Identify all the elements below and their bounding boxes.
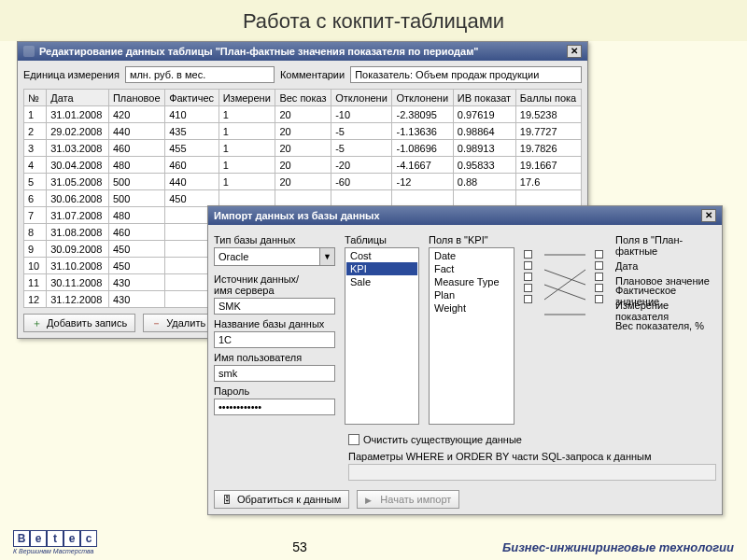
table-cell[interactable]: 500 <box>108 190 164 207</box>
table-cell[interactable] <box>392 190 453 207</box>
table-cell[interactable]: -10 <box>331 106 392 123</box>
table-cell[interactable]: 1 <box>218 174 275 190</box>
table-cell[interactable]: 480 <box>108 207 164 224</box>
start-import-button[interactable]: Начать импорт <box>357 490 459 509</box>
table-cell[interactable]: 19.1667 <box>515 157 581 174</box>
table-cell[interactable]: 0.97619 <box>453 106 515 123</box>
table-cell[interactable]: 11 <box>24 274 47 291</box>
table-cell[interactable]: 0.88 <box>453 174 515 190</box>
table-cell[interactable]: 1 <box>218 123 275 140</box>
table-cell[interactable]: 20 <box>275 174 331 190</box>
table-cell[interactable]: 1 <box>218 140 275 157</box>
table-cell[interactable] <box>515 190 581 207</box>
table-cell[interactable]: -5 <box>331 140 392 157</box>
connect-button[interactable]: Обратиться к данным <box>214 490 349 509</box>
table-cell[interactable]: 1 <box>218 106 275 123</box>
unit-input[interactable] <box>125 66 275 83</box>
db-name-input[interactable] <box>214 331 335 348</box>
table-cell[interactable]: -1.08696 <box>392 140 453 157</box>
mapping-checkbox[interactable] <box>524 250 532 259</box>
table-cell[interactable]: 31.12.2008 <box>47 291 109 308</box>
table-cell[interactable]: 31.03.2008 <box>47 140 109 157</box>
table-cell[interactable]: -20 <box>331 157 392 174</box>
table-row[interactable]: 331.03.2008460455120-5-1.086960.9891319.… <box>24 140 582 157</box>
where-input[interactable] <box>348 464 716 481</box>
column-header[interactable]: Баллы пока <box>515 90 581 106</box>
table-cell[interactable]: 2 <box>24 123 47 140</box>
table-cell[interactable]: -5 <box>331 123 392 140</box>
table-row[interactable]: 229.02.2008440435120-5-1.136360.9886419.… <box>24 123 582 140</box>
table-cell[interactable]: 31.10.2008 <box>47 258 109 274</box>
table-cell[interactable]: 30.04.2008 <box>47 157 109 174</box>
column-header[interactable]: Отклонени <box>331 90 392 106</box>
table-cell[interactable]: 0.98913 <box>453 140 515 157</box>
table-cell[interactable]: 19.7727 <box>515 123 581 140</box>
column-header[interactable]: ИВ показат <box>453 90 515 106</box>
table-cell[interactable]: 30.11.2008 <box>47 274 109 291</box>
table-row[interactable]: 630.06.2008500450 <box>24 190 582 207</box>
table-cell[interactable]: 430 <box>108 291 164 308</box>
table-cell[interactable]: -1.13636 <box>392 123 453 140</box>
table-cell[interactable] <box>331 190 392 207</box>
table-row[interactable]: 430.04.2008480460120-20-4.16670.9583319.… <box>24 157 582 174</box>
table-cell[interactable]: 1 <box>24 106 47 123</box>
db-type-dropdown[interactable]: Oracle ▼ <box>214 247 335 266</box>
delete-record-button[interactable]: Удалить <box>143 314 214 332</box>
list-item[interactable]: Weight <box>430 301 513 315</box>
table-cell[interactable]: 12 <box>24 291 47 308</box>
table-cell[interactable]: 10 <box>24 258 47 274</box>
mapping-checkbox[interactable] <box>595 284 603 292</box>
mapping-checkbox[interactable] <box>595 261 603 270</box>
mapping-checkbox[interactable] <box>524 284 532 292</box>
table-cell[interactable]: 30.09.2008 <box>47 241 109 258</box>
user-input[interactable] <box>214 365 335 382</box>
table-cell[interactable]: 29.02.2008 <box>47 123 109 140</box>
table-row[interactable]: 531.05.2008500440120-60-120.8817.6 <box>24 174 582 190</box>
table-cell[interactable]: 455 <box>165 140 219 157</box>
table-cell[interactable]: 460 <box>108 140 164 157</box>
table-cell[interactable]: 31.07.2008 <box>47 207 109 224</box>
table-cell[interactable]: 450 <box>108 258 164 274</box>
table-cell[interactable]: 410 <box>165 106 219 123</box>
table-cell[interactable]: -12 <box>392 174 453 190</box>
mapping-checkbox[interactable] <box>595 250 603 259</box>
table-row[interactable]: 131.01.2008420410120-10-2.380950.9761919… <box>24 106 582 123</box>
table-cell[interactable]: 460 <box>108 224 164 241</box>
table-cell[interactable]: 440 <box>108 123 164 140</box>
mapping-checkbox[interactable] <box>595 273 603 281</box>
mapping-checkbox[interactable] <box>524 295 532 303</box>
list-item[interactable]: KPI <box>346 262 417 275</box>
column-header[interactable]: Измерени <box>218 90 275 106</box>
table-cell[interactable]: 480 <box>108 157 164 174</box>
clear-data-checkbox[interactable]: Очистить существующие данные <box>348 434 522 445</box>
table-cell[interactable]: 3 <box>24 140 47 157</box>
list-item[interactable]: Measure Type <box>430 275 513 288</box>
table-cell[interactable]: -2.38095 <box>392 106 453 123</box>
table-cell[interactable]: 450 <box>165 190 219 207</box>
table-cell[interactable]: 20 <box>275 140 331 157</box>
table-cell[interactable] <box>453 190 515 207</box>
table-cell[interactable]: 500 <box>108 174 164 190</box>
table-cell[interactable]: 31.01.2008 <box>47 106 109 123</box>
password-input[interactable] <box>214 399 335 415</box>
table-cell[interactable]: 440 <box>165 174 219 190</box>
list-item[interactable]: Fact <box>430 262 513 275</box>
table-cell[interactable]: 9 <box>24 241 47 258</box>
table-cell[interactable]: 30.06.2008 <box>47 190 109 207</box>
comment-input[interactable] <box>350 66 582 83</box>
table-cell[interactable]: 420 <box>108 106 164 123</box>
table-cell[interactable]: 6 <box>24 190 47 207</box>
table-cell[interactable]: 20 <box>275 157 331 174</box>
table-cell[interactable]: 0.95833 <box>453 157 515 174</box>
table-cell[interactable]: 0.98864 <box>453 123 515 140</box>
table-cell[interactable]: 31.08.2008 <box>47 224 109 241</box>
kpi-fields-listbox[interactable]: DateFactMeasure TypePlanWeight <box>429 247 514 425</box>
add-record-button[interactable]: Добавить запись <box>23 314 135 332</box>
column-header[interactable]: Фактичес <box>165 90 219 106</box>
list-item[interactable]: Cost <box>346 249 417 262</box>
table-cell[interactable]: 17.6 <box>515 174 581 190</box>
table-cell[interactable]: 20 <box>275 106 331 123</box>
table-cell[interactable]: 435 <box>165 123 219 140</box>
source-input[interactable] <box>214 298 335 315</box>
table-cell[interactable] <box>275 190 331 207</box>
